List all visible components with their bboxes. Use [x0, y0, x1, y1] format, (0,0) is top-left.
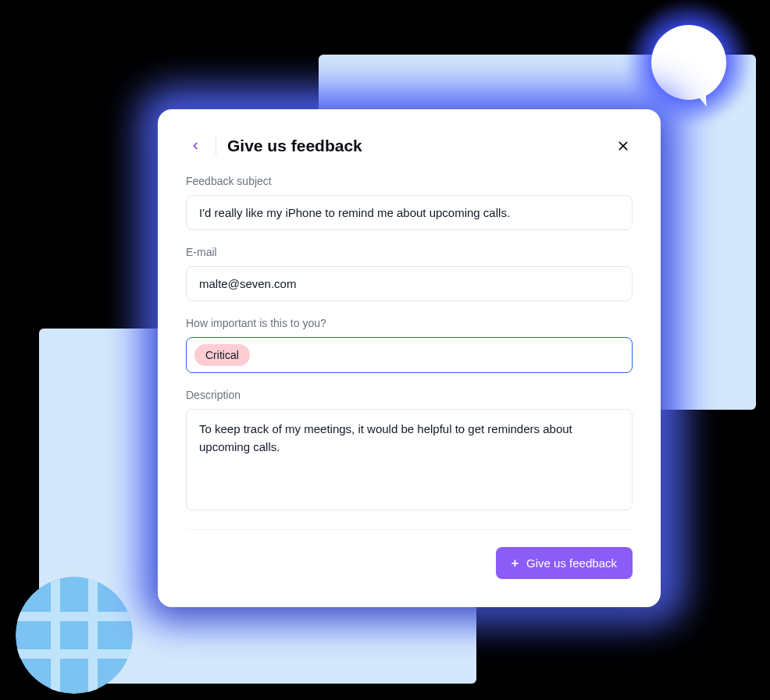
close-button[interactable]	[614, 137, 633, 155]
plus-icon: +	[512, 557, 519, 570]
chevron-left-icon	[190, 140, 201, 151]
svg-point-1	[16, 577, 133, 694]
description-label: Description	[186, 389, 633, 401]
importance-label: How important is this to you?	[186, 317, 633, 329]
svg-rect-4	[51, 577, 60, 694]
modal-title: Give us feedback	[227, 137, 603, 155]
description-field: Description	[186, 389, 633, 513]
submit-button[interactable]: + Give us feedback	[496, 547, 633, 579]
email-field: E-mail	[186, 246, 633, 301]
subject-field: Feedback subject	[186, 175, 633, 230]
importance-input[interactable]: Critical	[186, 337, 633, 373]
back-button[interactable]	[186, 137, 205, 155]
header-divider	[216, 136, 216, 156]
svg-rect-5	[88, 577, 98, 694]
importance-field: How important is this to you? Critical	[186, 317, 633, 373]
email-label: E-mail	[186, 246, 633, 258]
close-icon	[617, 140, 629, 152]
description-textarea[interactable]	[186, 409, 633, 510]
svg-rect-3	[16, 649, 133, 659]
subject-input[interactable]	[186, 195, 633, 230]
svg-rect-2	[16, 612, 133, 621]
submit-button-label: Give us feedback	[526, 556, 617, 570]
globe-icon	[16, 577, 133, 694]
importance-chip[interactable]: Critical	[194, 344, 250, 366]
subject-label: Feedback subject	[186, 175, 633, 187]
email-input[interactable]	[186, 266, 633, 301]
modal-header: Give us feedback	[186, 136, 633, 156]
footer-divider	[186, 529, 633, 530]
modal-footer: + Give us feedback	[186, 547, 633, 579]
feedback-modal: Give us feedback Feedback subject E-mail…	[158, 109, 661, 607]
